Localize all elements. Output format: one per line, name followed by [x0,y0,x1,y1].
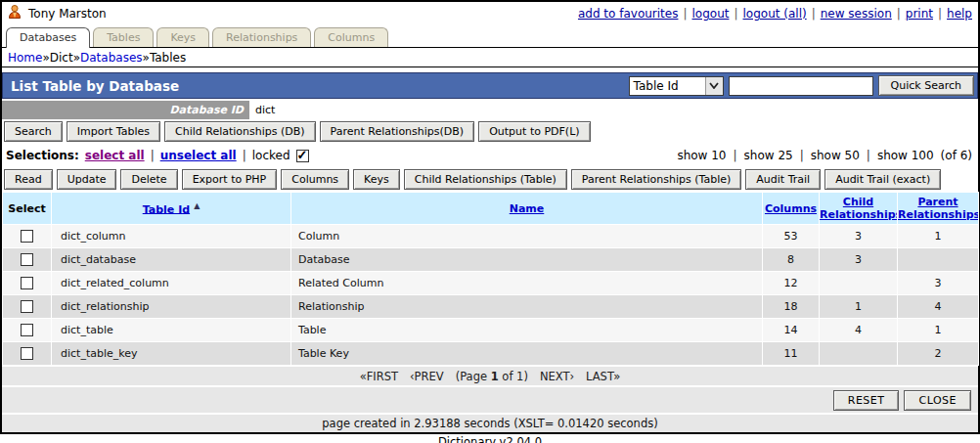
table-row: dict_related_column Related Column 12 3 [3,272,979,295]
quick-search-area: Table Id Quick Search [629,75,974,96]
show-25-link[interactable]: show 25 [744,149,793,162]
link-new-session[interactable]: new session [821,7,892,21]
quick-search-field-select[interactable]: Table Id [629,76,724,96]
breadcrumb-dict: Dict [50,51,73,65]
cell-parent-relationships: 4 [898,295,979,319]
sort-by-columns-link[interactable]: Columns [765,202,817,215]
columns-button[interactable]: Columns [281,169,349,190]
parent-relationships-db-button[interactable]: Parent Relationships(DB) [320,121,475,142]
reset-button[interactable]: RESET [833,390,900,411]
user-icon [7,4,22,23]
page-info: (Page 1 of 1) [456,370,528,383]
sort-by-child-relationships-link[interactable]: Child Relationships [820,196,898,221]
sort-ascending-icon: ▲ [194,201,200,210]
session-links: add to favourites|logout|logout (all)|ne… [578,7,972,21]
cell-child-relationships: 3 [820,225,898,248]
separator: | [800,149,804,162]
tab-databases[interactable]: Databases [6,27,90,48]
output-to-pdf-button[interactable]: Output to PDF(L) [478,121,590,142]
column-header-parent-relationships: Parent Relationships [898,193,979,225]
page-timing-bar: page created in 2.93188 seconds (XSLT= 0… [2,415,978,432]
cell-name: Table Key [291,342,763,366]
tab-columns[interactable]: Columns [314,27,388,47]
tab-relationships[interactable]: Relationships [212,27,311,47]
export-to-php-button[interactable]: Export to PHP [182,169,278,190]
quick-search-input[interactable] [729,76,873,96]
row-select-checkbox[interactable] [21,277,33,289]
prev-page-link[interactable]: ‹PREV [410,370,444,383]
sort-by-name-link[interactable]: Name [510,202,545,215]
link-help[interactable]: help [947,7,972,21]
breadcrumb: Home»Dict»Databases»Tables [2,47,978,67]
breadcrumb-home[interactable]: Home [8,51,42,65]
breadcrumb-separator: » [42,51,49,65]
separator: | [938,7,942,21]
row-select-checkbox[interactable] [21,230,33,243]
locked-checkbox[interactable] [296,150,309,162]
keys-button[interactable]: Keys [353,169,400,190]
top-bar: Tony Marston add to favourites|logout|lo… [2,2,978,23]
breadcrumb-databases[interactable]: Databases [80,51,143,65]
column-header-name: Name [291,193,763,225]
current-page-number: 1 [491,370,499,383]
cell-child-relationships: 1 [820,295,898,319]
link-logout-all[interactable]: logout (all) [743,7,807,21]
database-id-label: Database ID [2,101,249,119]
tab-keys[interactable]: Keys [156,27,209,47]
selections-row: Selections: select all | unselect all | … [2,144,978,167]
delete-button[interactable]: Delete [120,169,177,190]
page-timing-text: page created in 2.93188 seconds (XSLT= 0… [322,417,657,430]
cell-name: Related Column [291,272,763,295]
show-10-link[interactable]: show 10 [677,149,726,162]
next-page-link[interactable]: NEXT› [540,370,574,383]
cell-parent-relationships: 2 [898,342,979,366]
cell-table-id: dict_database [52,248,291,272]
row-select-checkbox[interactable] [21,324,33,336]
show-100-link[interactable]: show 100 [877,149,934,162]
database-id-value: dict [249,101,275,119]
import-tables-button[interactable]: Import Tables [67,121,160,142]
read-button[interactable]: Read [4,169,53,190]
close-button[interactable]: CLOSE [904,390,971,411]
table-header-row: Select Table Id▲ Name Columns Child Rela… [3,193,979,225]
quick-search-button[interactable]: Quick Search [878,75,974,96]
row-select-checkbox[interactable] [21,347,33,360]
database-id-row: Database ID dict [2,101,978,119]
locked-label: locked [252,149,290,162]
unselect-all-link[interactable]: unselect all [160,149,237,162]
update-button[interactable]: Update [57,169,117,190]
tab-tables[interactable]: Tables [93,27,154,47]
row-select-checkbox[interactable] [21,300,33,313]
last-page-link[interactable]: LAST» [586,370,620,383]
breadcrumb-tables: Tables [150,51,186,65]
cell-columns: 11 [763,342,820,366]
column-header-child-relationships: Child Relationships [820,193,898,225]
breadcrumb-separator: » [143,51,150,65]
cell-columns: 18 [763,295,820,319]
sort-by-parent-relationships-link[interactable]: Parent Relationships [898,196,979,221]
search-button[interactable]: Search [4,121,63,142]
separator: | [151,149,155,162]
parent-relationships-table-button[interactable]: Parent Relationships (Table) [571,169,742,190]
child-relationships-table-button[interactable]: Child Relationships (Table) [404,169,567,190]
selections-label: Selections: [6,149,79,162]
first-page-link[interactable]: «FIRST [360,370,398,383]
row-select-checkbox[interactable] [21,253,33,266]
sort-by-table-id-link[interactable]: Table Id [143,202,190,215]
pagination-bar: «FIRST ‹PREV (Page 1 of 1) NEXT› LAST» [2,367,978,385]
separator: | [867,149,870,162]
chevron-down-icon[interactable] [705,77,723,95]
link-logout[interactable]: logout [692,7,730,21]
show-50-link[interactable]: show 50 [811,149,860,162]
audit-trail-exact-button[interactable]: Audit Trail (exact) [824,169,941,190]
link-print[interactable]: print [906,7,933,21]
child-relationships-db-button[interactable]: Child Relationships (DB) [164,121,316,142]
cell-parent-relationships: 3 [898,272,979,295]
logged-in-user: Tony Marston [28,7,107,21]
select-all-link[interactable]: select all [85,149,145,162]
cell-parent-relationships: 1 [898,225,979,248]
link-add-to-favourites[interactable]: add to favourites [578,7,679,21]
cell-name: Database [291,248,763,272]
cell-parent-relationships: 1 [898,319,979,342]
audit-trail-button[interactable]: Audit Trail [745,169,821,190]
